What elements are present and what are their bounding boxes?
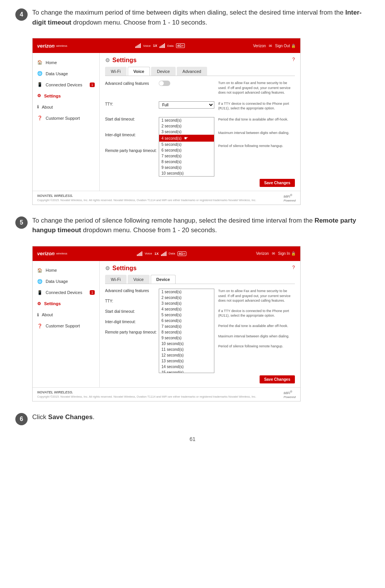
opt2-11s[interactable]: 11 second(s) xyxy=(159,347,214,352)
devices-icon1: 📱 xyxy=(37,82,43,87)
verizon-brand: verizon xyxy=(37,43,55,49)
step4-number: 4 xyxy=(15,8,28,21)
tab-device2[interactable]: Device xyxy=(151,275,176,284)
sidebar-item-about2[interactable]: ℹ About xyxy=(33,309,99,320)
copyright2: Copyright ©2015. Novatel Wireless, Inc. … xyxy=(37,395,256,398)
opt2-5s[interactable]: 5 second(s) xyxy=(159,312,214,318)
settings-label1: Settings xyxy=(44,94,61,98)
data-bars xyxy=(160,43,165,48)
opt-1s1[interactable]: 1 second(s) xyxy=(159,117,214,123)
opt2-10s[interactable]: 10 second(s) xyxy=(159,341,214,347)
tab-wifi2[interactable]: Wi-Fi xyxy=(105,275,127,284)
tty-select1[interactable]: Full xyxy=(159,101,214,109)
help-tty1: If a TTY device is connected to the Phon… xyxy=(214,101,295,111)
sidebar-item-devices1[interactable]: 📱 Connected Devices 1 xyxy=(33,79,99,90)
opt2-3s[interactable]: 3 second(s) xyxy=(159,301,214,306)
help-remoteparty2: Period of silence following remote hangu… xyxy=(218,344,295,349)
sidebar-item-data1[interactable]: 🌐 Data Usage xyxy=(33,68,99,79)
1x-label: 1X xyxy=(153,44,157,48)
opt-6s1[interactable]: 6 second(s) xyxy=(159,147,214,153)
datausage-label1: Data Usage xyxy=(46,71,68,76)
opt-2s1[interactable]: 2 second(s) xyxy=(159,123,214,129)
support-icon1: ❓ xyxy=(37,116,43,121)
step5-number: 5 xyxy=(15,216,28,229)
sidebar-item-settings2[interactable]: ⚙ Settings xyxy=(33,298,99,309)
help-interdigit2: Maximum interval between digits when dia… xyxy=(218,334,295,339)
opt-10s1[interactable]: 10 second(s) xyxy=(159,170,214,176)
page-number: 61 xyxy=(15,436,370,450)
save-area2: Save Changes xyxy=(105,375,295,383)
home-label2: Home xyxy=(46,268,57,273)
tab-advanced1[interactable]: Advanced xyxy=(177,67,207,76)
opt2-6s[interactable]: 6 second(s) xyxy=(159,318,214,324)
vz-header2: verizon wireless Voice 1X Data 4G≡ Veriz… xyxy=(33,246,300,261)
opt2-4s[interactable]: 4 second(s) xyxy=(159,306,214,312)
globe-icon1: 🌐 xyxy=(37,71,43,76)
opt2-15s[interactable]: 15 second(s) xyxy=(159,370,214,373)
control-advanced-calling1[interactable] xyxy=(159,81,214,87)
sidebar-item-support2[interactable]: ❓ Customer Support xyxy=(33,320,99,332)
vz-sidebar1: 🏠 Home 🌐 Data Usage 📱 Connected Devices … xyxy=(33,53,100,191)
opt2-8s[interactable]: 8 second(s) xyxy=(159,329,214,335)
sidebar-item-home2[interactable]: 🏠 Home xyxy=(33,265,99,276)
opt-8s1[interactable]: 8 second(s) xyxy=(159,159,214,165)
opt-4s1[interactable]: 4 second(s) ☛ xyxy=(159,135,214,142)
step6-wrapper: 6 Click Save Changes. xyxy=(15,412,370,425)
signout-link1[interactable]: Sign Out 🔒 xyxy=(275,44,296,48)
opt2-13s[interactable]: 13 second(s) xyxy=(159,358,214,364)
help-startdial2: Period the dial tone is available after … xyxy=(218,324,295,329)
help-icon2[interactable]: ? xyxy=(292,265,295,270)
labels-col1: Start dial timeout: Inter-digit timeout:… xyxy=(105,117,159,153)
opt2-9s[interactable]: 9 second(s) xyxy=(159,335,214,341)
verizon-brand2: verizon xyxy=(37,251,55,256)
opt-3s1[interactable]: 3 second(s) xyxy=(159,129,214,135)
opt-7s1[interactable]: 7 second(s) xyxy=(159,153,214,159)
help-tty2: If a TTY device is connected to the Phon… xyxy=(218,309,295,318)
sidebar-item-about1[interactable]: ℹ About xyxy=(33,101,99,112)
help-interdigit1: Maximum interval between digits when dia… xyxy=(218,130,295,135)
opt2-14s[interactable]: 14 second(s) xyxy=(159,364,214,370)
dropdown-list2[interactable]: 1 second(s) 2 second(s) 3 second(s) 4 se… xyxy=(159,289,214,373)
sidebar-item-data2[interactable]: 🌐 Data Usage xyxy=(33,276,99,287)
sidebar-item-devices2[interactable]: 📱 Connected Devices 1 xyxy=(33,287,99,298)
settings-title2: ⚙ Settings xyxy=(105,265,292,272)
open-dropdown1[interactable]: 1 second(s) 2 second(s) 3 second(s) 4 se… xyxy=(159,117,214,177)
footer-left1: NOVATEL WIRELESS. Copyright ©2015. Novat… xyxy=(37,194,256,202)
opt2-7s[interactable]: 7 second(s) xyxy=(159,324,214,329)
sidebar-item-support1[interactable]: ❓ Customer Support xyxy=(33,112,99,124)
help-remoteparty1: Period of silence following remote hangu… xyxy=(218,144,295,149)
save-button1[interactable]: Save Changes xyxy=(260,179,295,187)
dropdown-list1[interactable]: 1 second(s) 2 second(s) 3 second(s) 4 se… xyxy=(159,117,214,177)
toggle-advanced1[interactable] xyxy=(159,81,170,86)
signin-link2[interactable]: Sign In 🔒 xyxy=(278,251,296,256)
settings-icon2: ⚙ xyxy=(37,301,41,306)
sidebar-item-settings1[interactable]: ⚙ Settings xyxy=(33,90,99,101)
opt2-1s[interactable]: 1 second(s) xyxy=(159,289,214,295)
sidebar-item-home1[interactable]: 🏠 Home xyxy=(33,57,99,68)
data-label2: Data xyxy=(169,252,175,255)
tab-device1[interactable]: Device xyxy=(151,67,176,76)
opt2-12s[interactable]: 12 second(s) xyxy=(159,352,214,358)
novatel-logo1: NOVATEL WIRELESS. xyxy=(37,194,256,198)
message-icon1: ✉ xyxy=(269,44,272,48)
tab-voice2[interactable]: Voice xyxy=(128,275,150,284)
voice-bars2 xyxy=(137,251,142,256)
opt-9s1[interactable]: 9 second(s) xyxy=(159,165,214,170)
row-advanced-calling1: Advanced calling features Turn on to all… xyxy=(105,81,295,97)
vz-footer1: NOVATEL WIRELESS. Copyright ©2015. Novat… xyxy=(33,191,300,205)
home-label1: Home xyxy=(46,60,57,65)
tab-wifi1[interactable]: Wi-Fi xyxy=(105,67,127,76)
open-dropdown2[interactable]: 1 second(s) 2 second(s) 3 second(s) 4 se… xyxy=(159,289,214,373)
help-adv2: Turn on to allow Fax and home security t… xyxy=(218,289,295,303)
opt2-2s[interactable]: 2 second(s) xyxy=(159,295,214,301)
gear-icon1: ⚙ xyxy=(105,57,110,63)
opt-5s1[interactable]: 5 second(s) xyxy=(159,142,214,147)
save-area1: Save Changes xyxy=(105,179,295,187)
row-tty1: TTY: Full If a TTY device is connected t… xyxy=(105,101,295,113)
control-tty1[interactable]: Full xyxy=(159,101,214,109)
tab-voice1[interactable]: Voice xyxy=(128,67,150,76)
help-icon1[interactable]: ? xyxy=(292,57,295,62)
carrier-name1: Verizon xyxy=(253,44,266,48)
save-button2[interactable]: Save Changes xyxy=(260,375,295,383)
label-remoteparty1: Remote party hangup timeout: xyxy=(105,149,159,153)
